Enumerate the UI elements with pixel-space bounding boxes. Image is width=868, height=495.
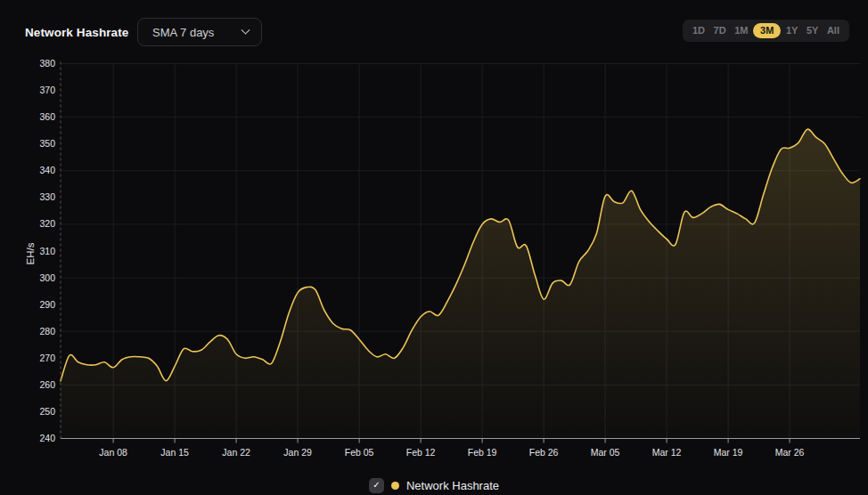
svg-text:280: 280	[39, 326, 55, 337]
svg-text:240: 240	[39, 433, 55, 443]
range-button-7d[interactable]: 7D	[710, 23, 730, 38]
svg-text:Feb 19: Feb 19	[468, 447, 497, 458]
range-selector: 1D 7D 1M 3M 1Y 5Y All	[683, 20, 849, 42]
svg-text:350: 350	[39, 138, 55, 149]
hashrate-chart[interactable]: 2402502602702802903003103203303403503603…	[0, 0, 868, 495]
x-axis-ticks	[113, 439, 790, 443]
svg-text:Jan 15: Jan 15	[160, 447, 189, 458]
legend-series-label: Network Hashrate	[406, 479, 499, 492]
svg-text:Feb 05: Feb 05	[345, 447, 374, 458]
svg-text:360: 360	[39, 111, 55, 122]
svg-text:300: 300	[39, 272, 55, 283]
svg-text:Mar 19: Mar 19	[714, 447, 743, 458]
svg-text:290: 290	[39, 299, 55, 310]
range-button-3m[interactable]: 3M	[753, 23, 781, 38]
y-axis-title: EH/s	[25, 242, 36, 264]
svg-text:Jan 22: Jan 22	[222, 447, 250, 458]
svg-text:310: 310	[39, 246, 55, 256]
range-button-1m[interactable]: 1M	[731, 23, 751, 38]
chart-header: Network Hashrate SMA 7 days 1D 7D 1M 3M …	[0, 0, 868, 52]
svg-text:Jan 08: Jan 08	[99, 447, 127, 458]
sma-dropdown-value: SMA 7 days	[152, 26, 214, 39]
svg-text:330: 330	[39, 191, 55, 202]
svg-text:380: 380	[39, 58, 55, 69]
legend-checkbox[interactable]: ✓	[369, 478, 384, 493]
range-button-1d[interactable]: 1D	[689, 23, 708, 38]
range-button-1y[interactable]: 1Y	[782, 23, 801, 38]
range-button-5y[interactable]: 5Y	[803, 23, 822, 38]
svg-text:320: 320	[39, 218, 55, 229]
svg-text:270: 270	[39, 353, 55, 363]
svg-text:Feb 26: Feb 26	[529, 447, 559, 458]
check-icon: ✓	[373, 481, 380, 490]
svg-text:Mar 26: Mar 26	[775, 447, 805, 458]
legend-series-dot-icon	[391, 482, 399, 490]
svg-text:250: 250	[39, 406, 55, 417]
page-title: Network Hashrate	[25, 26, 128, 39]
range-button-all[interactable]: All	[823, 23, 843, 38]
sma-dropdown[interactable]: SMA 7 days	[137, 18, 262, 46]
svg-text:Mar 12: Mar 12	[652, 447, 682, 458]
series-area	[61, 129, 860, 438]
svg-text:Feb 12: Feb 12	[406, 447, 436, 458]
x-axis-labels: Jan 08Jan 15Jan 22Jan 29Feb 05Feb 12Feb …	[99, 447, 804, 458]
svg-text:340: 340	[39, 165, 55, 175]
svg-text:260: 260	[39, 379, 55, 390]
y-axis-labels: 2402502602702802903003103203303403503603…	[39, 58, 55, 443]
svg-text:Mar 05: Mar 05	[591, 447, 620, 458]
chevron-down-icon	[242, 25, 250, 34]
svg-text:Jan 29: Jan 29	[283, 447, 312, 458]
chart-legend: ✓ Network Hashrate	[0, 475, 868, 495]
svg-text:370: 370	[39, 85, 55, 95]
